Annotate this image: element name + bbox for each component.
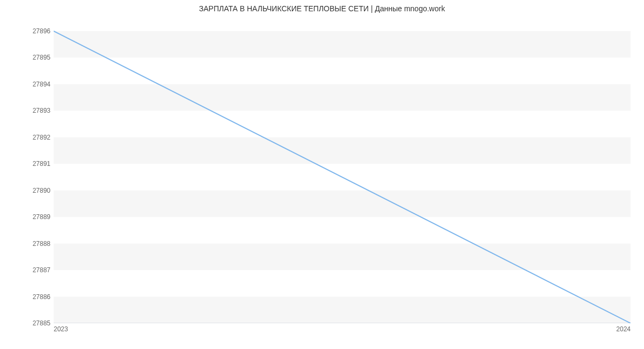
data-line — [54, 31, 631, 323]
grid-band — [54, 191, 631, 217]
y-tick-label: 27894 — [2, 81, 50, 88]
grid-band — [54, 297, 631, 323]
chart-title: ЗАРПЛАТА В НАЛЬЧИКСКИЕ ТЕПЛОВЫЕ СЕТИ | Д… — [0, 4, 644, 13]
x-tick-label: 2023 — [54, 325, 68, 333]
plot-area — [54, 26, 631, 323]
y-tick-label: 27893 — [2, 107, 50, 114]
y-tick-label: 27891 — [2, 160, 50, 168]
grid-band — [54, 84, 631, 111]
y-tick-label: 27889 — [2, 213, 50, 221]
y-tick-label: 27895 — [2, 54, 50, 61]
chart-svg — [54, 26, 631, 323]
chart-container: ЗАРПЛАТА В НАЛЬЧИКСКИЕ ТЕПЛОВЫЕ СЕТИ | Д… — [0, 0, 644, 349]
x-tick-label: 2024 — [616, 325, 631, 333]
grid-band — [54, 137, 631, 164]
grid-band — [54, 244, 631, 270]
y-tick-label: 27887 — [2, 266, 50, 274]
y-tick-label: 27896 — [2, 27, 50, 35]
y-tick-label: 27892 — [2, 134, 50, 141]
y-tick-label: 27890 — [2, 187, 50, 194]
y-tick-label: 27886 — [2, 293, 50, 301]
y-tick-label: 27888 — [2, 240, 50, 248]
grid-band — [54, 31, 631, 57]
y-tick-label: 27885 — [2, 319, 50, 327]
